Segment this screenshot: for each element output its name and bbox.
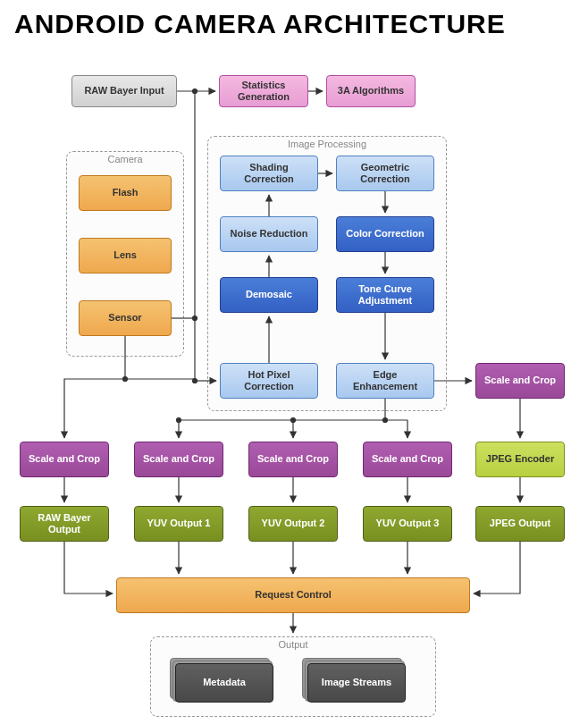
- geometric-correction: Geometric Correction: [336, 156, 434, 191]
- yuv-output-2: YUV Output 2: [248, 506, 338, 542]
- svg-point-4: [193, 379, 197, 383]
- svg-point-24: [123, 377, 128, 382]
- diagram-canvas: Camera Image Processing Output RAW Bayer…: [0, 39, 588, 724]
- svg-point-7: [193, 316, 197, 321]
- image-streams-stack: Image Streams: [307, 663, 406, 703]
- lens-box: Lens: [79, 238, 172, 274]
- raw-bayer-output: RAW Bayer Output: [20, 506, 109, 542]
- yuv-output-3: YUV Output 3: [363, 506, 452, 542]
- scale-crop-4: Scale and Crop: [363, 442, 452, 477]
- jpeg-encoder: JPEG Encoder: [475, 442, 565, 477]
- flash-box: Flash: [79, 175, 172, 211]
- sensor-box: Sensor: [79, 300, 172, 336]
- svg-point-19: [291, 418, 296, 423]
- metadata-stack: Metadata: [175, 663, 273, 703]
- page-title: ANDROID CAMERA ARCHITECTURE: [0, 0, 588, 39]
- hot-pixel-correction: Hot Pixel Correction: [220, 363, 318, 399]
- output-group-label: Output: [274, 636, 311, 653]
- camera-group-label: Camera: [104, 150, 146, 168]
- svg-point-20: [177, 418, 181, 423]
- noise-reduction: Noise Reduction: [220, 216, 318, 252]
- shading-correction: Shading Correction: [220, 156, 318, 191]
- ip-group-label: Image Processing: [284, 135, 370, 153]
- scale-crop-1: Scale and Crop: [20, 442, 109, 477]
- raw-bayer-input: RAW Bayer Input: [71, 75, 177, 107]
- scale-crop-2: Scale and Crop: [134, 442, 223, 477]
- image-streams-box: Image Streams: [307, 663, 406, 703]
- svg-point-18: [383, 418, 388, 423]
- edge-enhancement: Edge Enhancement: [336, 363, 434, 399]
- jpeg-output: JPEG Output: [475, 506, 565, 542]
- metadata-box: Metadata: [175, 663, 273, 703]
- request-control: Request Control: [116, 577, 470, 613]
- scale-crop-right: Scale and Crop: [475, 363, 565, 399]
- color-correction: Color Correction: [336, 216, 434, 252]
- demosaic: Demosaic: [220, 277, 318, 313]
- scale-crop-3: Scale and Crop: [248, 442, 338, 477]
- 3a-algorithms: 3A Algorithms: [326, 75, 416, 107]
- yuv-output-1: YUV Output 1: [134, 506, 223, 542]
- statistics-generation: Statistics Generation: [219, 75, 308, 107]
- tone-curve-adjustment: Tone Curve Adjustment: [336, 277, 434, 313]
- svg-point-3: [193, 89, 197, 94]
